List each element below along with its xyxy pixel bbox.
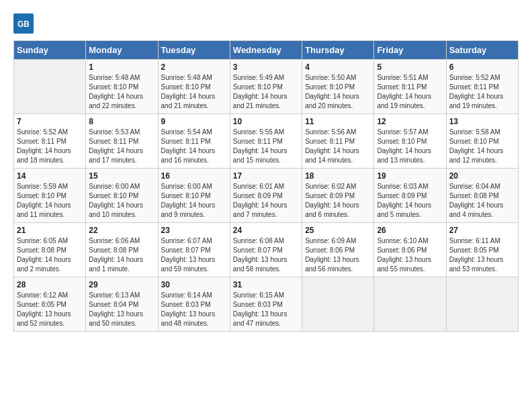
- calendar-table: SundayMondayTuesdayWednesdayThursdayFrid…: [13, 40, 519, 332]
- day-info: Sunrise: 6:12 AM Sunset: 8:05 PM Dayligh…: [17, 291, 83, 328]
- calendar-cell: 25Sunrise: 6:09 AM Sunset: 8:06 PM Dayli…: [302, 223, 374, 277]
- day-number: 25: [305, 226, 371, 235]
- calendar-cell: 26Sunrise: 6:10 AM Sunset: 8:06 PM Dayli…: [374, 223, 446, 277]
- day-info: Sunrise: 6:03 AM Sunset: 8:09 PM Dayligh…: [377, 182, 443, 220]
- calendar-cell: 19Sunrise: 6:03 AM Sunset: 8:09 PM Dayli…: [374, 169, 446, 223]
- calendar-cell: 22Sunrise: 6:06 AM Sunset: 8:08 PM Dayli…: [86, 223, 158, 277]
- day-number: 20: [449, 171, 515, 181]
- day-info: Sunrise: 5:52 AM Sunset: 8:11 PM Dayligh…: [449, 73, 515, 111]
- day-number: 31: [233, 280, 299, 289]
- calendar-cell: 2Sunrise: 5:48 AM Sunset: 8:10 PM Daylig…: [158, 60, 230, 114]
- calendar-cell: 15Sunrise: 6:00 AM Sunset: 8:10 PM Dayli…: [86, 169, 158, 223]
- calendar-cell: 27Sunrise: 6:11 AM Sunset: 8:05 PM Dayli…: [446, 223, 518, 277]
- calendar-cell: 29Sunrise: 6:13 AM Sunset: 8:04 PM Dayli…: [86, 277, 158, 332]
- calendar-cell: 31Sunrise: 6:15 AM Sunset: 8:03 PM Dayli…: [230, 277, 302, 332]
- day-number: 8: [89, 117, 154, 126]
- day-info: Sunrise: 6:13 AM Sunset: 8:04 PM Dayligh…: [89, 291, 154, 328]
- calendar-cell: 28Sunrise: 6:12 AM Sunset: 8:05 PM Dayli…: [14, 277, 86, 332]
- day-number: 29: [89, 280, 154, 289]
- day-info: Sunrise: 5:53 AM Sunset: 8:11 PM Dayligh…: [89, 128, 154, 165]
- day-info: Sunrise: 5:59 AM Sunset: 8:10 PM Dayligh…: [17, 182, 83, 220]
- day-info: Sunrise: 6:11 AM Sunset: 8:05 PM Dayligh…: [449, 236, 515, 274]
- day-header-tuesday: Tuesday: [158, 41, 230, 60]
- day-number: 2: [161, 62, 227, 72]
- day-number: 4: [305, 62, 371, 72]
- day-number: 16: [161, 171, 227, 181]
- day-info: Sunrise: 5:49 AM Sunset: 8:10 PM Dayligh…: [233, 73, 299, 111]
- calendar-week-row: 7Sunrise: 5:52 AM Sunset: 8:11 PM Daylig…: [14, 114, 519, 169]
- calendar-cell: 24Sunrise: 6:08 AM Sunset: 8:07 PM Dayli…: [230, 223, 302, 277]
- calendar-cell: 20Sunrise: 6:04 AM Sunset: 8:08 PM Dayli…: [446, 169, 518, 223]
- day-number: 19: [377, 171, 443, 181]
- calendar-cell: 21Sunrise: 6:05 AM Sunset: 8:08 PM Dayli…: [14, 223, 86, 277]
- calendar-cell: 23Sunrise: 6:07 AM Sunset: 8:07 PM Dayli…: [158, 223, 230, 277]
- day-info: Sunrise: 6:05 AM Sunset: 8:08 PM Dayligh…: [17, 236, 83, 274]
- day-number: 21: [17, 226, 83, 235]
- day-info: Sunrise: 5:50 AM Sunset: 8:10 PM Dayligh…: [305, 73, 371, 111]
- calendar-week-row: 1Sunrise: 5:48 AM Sunset: 8:10 PM Daylig…: [14, 60, 519, 114]
- calendar-cell: 13Sunrise: 5:58 AM Sunset: 8:10 PM Dayli…: [446, 114, 518, 169]
- header: GB: [13, 13, 519, 34]
- calendar-cell: 17Sunrise: 6:01 AM Sunset: 8:09 PM Dayli…: [230, 169, 302, 223]
- calendar-cell: [14, 60, 86, 114]
- calendar-week-row: 28Sunrise: 6:12 AM Sunset: 8:05 PM Dayli…: [14, 277, 519, 332]
- day-info: Sunrise: 6:14 AM Sunset: 8:03 PM Dayligh…: [161, 291, 227, 328]
- day-number: 5: [377, 62, 443, 72]
- calendar-cell: [374, 277, 446, 332]
- day-number: 10: [233, 117, 299, 126]
- calendar-cell: 9Sunrise: 5:54 AM Sunset: 8:11 PM Daylig…: [158, 114, 230, 169]
- day-number: 14: [17, 171, 83, 181]
- day-info: Sunrise: 5:54 AM Sunset: 8:11 PM Dayligh…: [161, 128, 227, 165]
- day-info: Sunrise: 6:08 AM Sunset: 8:07 PM Dayligh…: [233, 236, 299, 274]
- day-number: 28: [17, 280, 83, 289]
- day-number: 12: [377, 117, 443, 126]
- calendar-cell: 18Sunrise: 6:02 AM Sunset: 8:09 PM Dayli…: [302, 169, 374, 223]
- calendar-week-row: 14Sunrise: 5:59 AM Sunset: 8:10 PM Dayli…: [14, 169, 519, 223]
- calendar-cell: 16Sunrise: 6:00 AM Sunset: 8:10 PM Dayli…: [158, 169, 230, 223]
- calendar-cell: 11Sunrise: 5:56 AM Sunset: 8:11 PM Dayli…: [302, 114, 374, 169]
- day-number: 24: [233, 226, 299, 235]
- day-number: 13: [449, 117, 515, 126]
- calendar-cell: 1Sunrise: 5:48 AM Sunset: 8:10 PM Daylig…: [86, 60, 158, 114]
- day-number: 1: [89, 62, 154, 72]
- calendar-cell: 30Sunrise: 6:14 AM Sunset: 8:03 PM Dayli…: [158, 277, 230, 332]
- day-info: Sunrise: 5:51 AM Sunset: 8:11 PM Dayligh…: [377, 73, 443, 111]
- day-header-friday: Friday: [374, 41, 446, 60]
- day-header-wednesday: Wednesday: [230, 41, 302, 60]
- day-info: Sunrise: 5:55 AM Sunset: 8:11 PM Dayligh…: [233, 128, 299, 165]
- day-header-saturday: Saturday: [446, 41, 518, 60]
- calendar-cell: 10Sunrise: 5:55 AM Sunset: 8:11 PM Dayli…: [230, 114, 302, 169]
- calendar-cell: [446, 277, 518, 332]
- calendar-week-row: 21Sunrise: 6:05 AM Sunset: 8:08 PM Dayli…: [14, 223, 519, 277]
- day-number: 23: [161, 226, 227, 235]
- calendar-cell: [302, 277, 374, 332]
- calendar-cell: 4Sunrise: 5:50 AM Sunset: 8:10 PM Daylig…: [302, 60, 374, 114]
- calendar-cell: 3Sunrise: 5:49 AM Sunset: 8:10 PM Daylig…: [230, 60, 302, 114]
- day-info: Sunrise: 5:48 AM Sunset: 8:10 PM Dayligh…: [161, 73, 227, 111]
- calendar-cell: 7Sunrise: 5:52 AM Sunset: 8:11 PM Daylig…: [14, 114, 86, 169]
- logo-icon: GB: [13, 13, 34, 34]
- day-number: 6: [449, 62, 515, 72]
- calendar-cell: 8Sunrise: 5:53 AM Sunset: 8:11 PM Daylig…: [86, 114, 158, 169]
- day-number: 22: [89, 226, 154, 235]
- day-number: 18: [305, 171, 371, 181]
- day-number: 26: [377, 226, 443, 235]
- logo: GB: [13, 13, 36, 34]
- day-header-sunday: Sunday: [14, 41, 86, 60]
- day-info: Sunrise: 5:58 AM Sunset: 8:10 PM Dayligh…: [449, 128, 515, 165]
- day-info: Sunrise: 6:06 AM Sunset: 8:08 PM Dayligh…: [89, 236, 154, 274]
- day-info: Sunrise: 6:00 AM Sunset: 8:10 PM Dayligh…: [89, 182, 154, 220]
- day-header-monday: Monday: [86, 41, 158, 60]
- day-number: 11: [305, 117, 371, 126]
- day-info: Sunrise: 6:02 AM Sunset: 8:09 PM Dayligh…: [305, 182, 371, 220]
- day-info: Sunrise: 5:56 AM Sunset: 8:11 PM Dayligh…: [305, 128, 371, 165]
- day-number: 3: [233, 62, 299, 72]
- calendar-header-row: SundayMondayTuesdayWednesdayThursdayFrid…: [14, 41, 519, 60]
- calendar-cell: 14Sunrise: 5:59 AM Sunset: 8:10 PM Dayli…: [14, 169, 86, 223]
- day-info: Sunrise: 6:04 AM Sunset: 8:08 PM Dayligh…: [449, 182, 515, 220]
- day-number: 7: [17, 117, 83, 126]
- day-info: Sunrise: 6:15 AM Sunset: 8:03 PM Dayligh…: [233, 291, 299, 328]
- calendar-cell: 12Sunrise: 5:57 AM Sunset: 8:10 PM Dayli…: [374, 114, 446, 169]
- day-number: 15: [89, 171, 154, 181]
- svg-text:GB: GB: [17, 19, 30, 29]
